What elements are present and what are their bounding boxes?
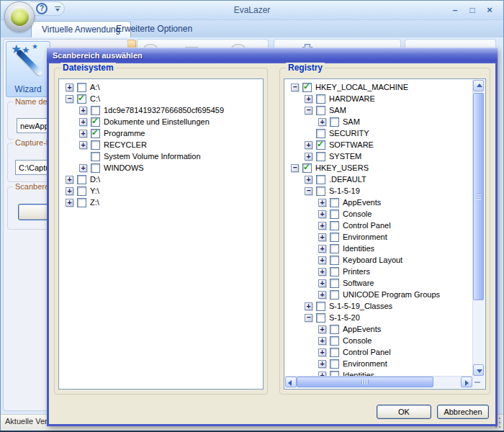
checkbox-checked[interactable]: ✓ [316, 140, 325, 150]
expand-icon[interactable]: + [318, 291, 326, 299]
tree-row-label[interactable]: Control Panel [343, 346, 391, 358]
expand-icon[interactable]: + [79, 164, 87, 172]
checkbox-unchecked[interactable] [316, 129, 325, 138]
tree-row-label[interactable]: SAM [343, 116, 360, 127]
tree-row-label[interactable]: Console [343, 335, 372, 346]
tree-row-label[interactable]: Keyboard Layout [343, 254, 402, 266]
checkbox-checked[interactable]: ✓ [91, 117, 100, 127]
expand-icon[interactable]: + [318, 210, 326, 218]
checkbox-unchecked[interactable] [330, 198, 339, 207]
expand-icon[interactable]: + [318, 256, 326, 264]
checkbox-unchecked[interactable] [330, 336, 339, 346]
checkbox-unchecked[interactable] [316, 175, 325, 184]
expand-icon[interactable]: + [66, 176, 73, 184]
tree-row-label[interactable]: Z:\ [90, 197, 99, 208]
checkbox-unchecked[interactable] [316, 94, 325, 104]
checkbox-unchecked[interactable] [330, 221, 339, 230]
tree-row-label[interactable]: 1dc9e781419327666850cf695459 [104, 104, 224, 116]
expand-icon[interactable]: + [79, 107, 87, 114]
expand-icon[interactable]: + [305, 153, 312, 161]
expand-icon[interactable]: + [318, 222, 326, 230]
expand-icon[interactable]: + [318, 199, 326, 207]
checkbox-checked[interactable]: ✓ [77, 94, 86, 104]
ok-button[interactable]: OK [377, 405, 431, 419]
tree-row-label[interactable]: Environment [343, 358, 387, 369]
expand-icon[interactable]: + [66, 199, 73, 207]
collapse-icon[interactable]: − [291, 84, 299, 91]
expand-icon[interactable]: + [318, 268, 326, 276]
tree-row-label[interactable]: S-1-5-20 [329, 312, 360, 323]
tree-row-label[interactable]: HKEY_USERS [315, 162, 369, 174]
minimize-icon[interactable]: – [449, 5, 462, 16]
application-menu-button[interactable] [4, 1, 35, 32]
tree-row-label[interactable]: Identities [343, 369, 374, 376]
tree-row-label[interactable]: A:\ [90, 81, 99, 93]
checkbox-unchecked[interactable] [77, 175, 86, 184]
checkbox-unchecked[interactable] [330, 233, 339, 242]
horizontal-scroll-thumb[interactable] [297, 377, 433, 387]
expand-icon[interactable]: + [305, 141, 312, 149]
checkbox-unchecked[interactable] [91, 152, 100, 161]
tree-row-label[interactable]: Console [343, 208, 372, 220]
tree-row-label[interactable]: Printers [343, 266, 370, 277]
vertical-scroll-thumb[interactable] [473, 93, 484, 300]
tree-row-label[interactable]: Software [343, 277, 374, 289]
tree-row-label[interactable]: UNICODE Program Groups [343, 289, 440, 300]
checkbox-unchecked[interactable] [330, 267, 339, 276]
checkbox-unchecked[interactable] [91, 163, 100, 173]
checkbox-unchecked[interactable] [77, 198, 86, 207]
checkbox-checked[interactable]: ✓ [91, 129, 100, 138]
expand-icon[interactable]: + [318, 360, 326, 368]
expand-icon[interactable]: + [66, 84, 73, 91]
scroll-down-icon[interactable] [473, 364, 484, 376]
tree-row-label[interactable]: Y:\ [90, 185, 99, 197]
checkbox-unchecked[interactable] [330, 244, 339, 253]
tree-row-label[interactable]: RECYCLER [104, 139, 147, 150]
checkbox-unchecked[interactable] [77, 186, 86, 196]
expand-icon[interactable]: + [305, 302, 312, 310]
tree-row-label[interactable]: System Volume Information [104, 150, 201, 162]
checkbox-unchecked[interactable] [330, 210, 339, 219]
wizard-button[interactable]: ★ ★ ★ Wizard [6, 41, 50, 97]
tree-row-label[interactable]: HKEY_LOCAL_MACHINE [315, 81, 408, 93]
expand-icon[interactable]: + [318, 233, 326, 241]
tree-row-label[interactable]: SYSTEM [329, 150, 361, 162]
tree-row-label[interactable]: Programme [104, 127, 145, 139]
checkbox-unchecked[interactable] [330, 256, 339, 265]
tree-row-label[interactable]: S-1-5-19_Classes [329, 300, 392, 312]
expand-icon[interactable]: + [318, 118, 326, 126]
checkbox-unchecked[interactable] [330, 279, 339, 288]
checkbox-unchecked[interactable] [316, 152, 325, 161]
expand-icon[interactable]: + [66, 187, 73, 195]
tree-row-label[interactable]: WINDOWS [104, 162, 144, 174]
checkbox-unchecked[interactable] [91, 140, 100, 150]
checkbox-unchecked[interactable] [330, 117, 339, 127]
cancel-button[interactable]: Abbrechen [437, 405, 489, 419]
collapse-icon[interactable]: − [305, 187, 312, 195]
vertical-scrollbar[interactable] [472, 80, 485, 376]
checkbox-unchecked[interactable] [91, 106, 100, 115]
expand-icon[interactable]: + [318, 279, 326, 287]
tree-row-label[interactable]: HARDWARE [329, 93, 375, 104]
collapse-icon[interactable]: − [66, 95, 73, 103]
tree-row-label[interactable]: Identities [343, 243, 374, 254]
expand-icon[interactable]: + [79, 141, 87, 149]
tree-row-label[interactable]: SAM [329, 104, 346, 116]
collapse-icon[interactable]: − [305, 314, 312, 322]
scroll-up-icon[interactable] [473, 80, 484, 91]
checkbox-unchecked[interactable] [316, 186, 325, 196]
tab-erweiterte-optionen[interactable]: Erweiterte Optionen [106, 21, 202, 37]
checkbox-unchecked[interactable] [330, 359, 339, 369]
close-icon[interactable]: × [483, 5, 496, 16]
expand-icon[interactable]: + [79, 130, 87, 138]
tree-row-label[interactable]: SECURITY [329, 127, 369, 139]
expand-icon[interactable]: + [305, 176, 312, 184]
collapse-icon[interactable]: − [305, 107, 312, 114]
tree-row-label[interactable]: SOFTWARE [329, 139, 374, 150]
tree-row-label[interactable]: AppEvents [343, 323, 381, 335]
expand-icon[interactable]: + [79, 118, 87, 126]
help-icon[interactable]: ? [36, 3, 48, 14]
maximize-icon[interactable]: □ [466, 5, 479, 16]
scroll-left-icon[interactable] [285, 377, 297, 387]
expand-icon[interactable]: + [318, 245, 326, 253]
